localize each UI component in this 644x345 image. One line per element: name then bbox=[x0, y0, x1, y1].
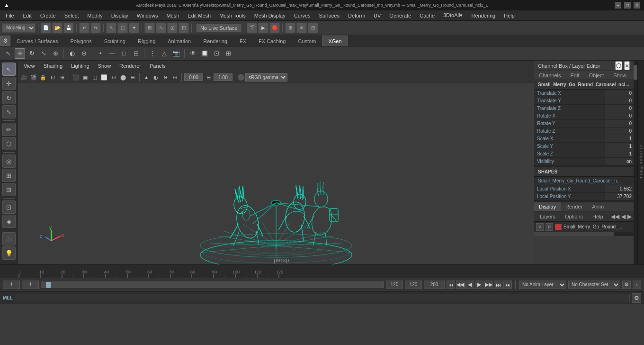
vp-shading5[interactable]: ⊙ bbox=[109, 73, 118, 82]
menu-curves[interactable]: Curves bbox=[290, 12, 314, 19]
render-view-btn[interactable]: 🔲 bbox=[199, 48, 210, 59]
rotate-tool-left[interactable]: ↻ bbox=[2, 91, 16, 104]
channel-box-scrollbar-thumb[interactable] bbox=[634, 65, 637, 80]
rotate-icon-btn[interactable]: ↻ bbox=[27, 48, 37, 59]
move-icon-btn[interactable]: ✛ bbox=[15, 48, 25, 59]
timeline-slider[interactable] bbox=[41, 281, 384, 288]
vp-tb6[interactable]: ⊛ bbox=[170, 73, 179, 82]
vp-menu-shading[interactable]: Shading bbox=[40, 63, 66, 69]
undo-btn[interactable]: ↩ bbox=[79, 23, 89, 33]
tab-fx[interactable]: FX bbox=[233, 36, 252, 46]
display-tool-left[interactable]: ◈ bbox=[2, 215, 16, 228]
go-start-btn[interactable]: ⏮ bbox=[447, 281, 455, 289]
maximize-button[interactable]: □ bbox=[624, 2, 631, 9]
vis-toggle-btn[interactable]: 👁 bbox=[188, 48, 198, 59]
tab-polygons[interactable]: Polygons bbox=[64, 36, 98, 46]
grid-tool-left[interactable]: ⊞ bbox=[2, 169, 16, 182]
menu-mesh-display[interactable]: Mesh Display bbox=[250, 12, 289, 19]
scale-tool-left[interactable]: ⤡ bbox=[2, 105, 16, 118]
symmetry-btn[interactable]: ⊖ bbox=[79, 48, 89, 59]
layer-tab-layers[interactable]: Layers bbox=[536, 213, 559, 220]
display-tab-render[interactable]: Render bbox=[561, 202, 587, 211]
go-end-btn[interactable]: ⏭ bbox=[494, 281, 502, 289]
vp-menu-show[interactable]: Show bbox=[94, 63, 115, 69]
render-btn[interactable]: ▶ bbox=[258, 23, 268, 33]
anim-layer-select[interactable]: No Anim Layer bbox=[519, 281, 566, 289]
layer-fwd-btn[interactable]: ▶ bbox=[627, 212, 632, 221]
snap-point-btn[interactable]: ◎ bbox=[167, 23, 178, 33]
vp-menu-view[interactable]: View bbox=[20, 63, 39, 69]
current-frame-input[interactable] bbox=[22, 281, 39, 289]
play-fwd-btn[interactable]: ▶ bbox=[475, 281, 483, 289]
cb-tab-object[interactable]: Object bbox=[584, 71, 608, 80]
minimize-button[interactable]: − bbox=[615, 2, 621, 9]
menu-create[interactable]: Create bbox=[36, 12, 60, 19]
layer-tab-help[interactable]: Help bbox=[589, 213, 607, 220]
vp-tb1[interactable]: ⊡ bbox=[48, 73, 57, 82]
tab-xgen[interactable]: XGen bbox=[322, 36, 348, 46]
paint-tool-btn[interactable]: ✦ bbox=[129, 23, 139, 33]
snap-grid-btn[interactable]: ⊞ bbox=[144, 23, 155, 33]
cb-expand-btn[interactable]: ⬡ bbox=[615, 61, 622, 70]
tab-animation[interactable]: Animation bbox=[161, 36, 197, 46]
layer-playback-btn[interactable]: P bbox=[546, 223, 553, 231]
loop-btn[interactable]: ⏭ bbox=[503, 281, 512, 289]
far-clip-input[interactable] bbox=[214, 73, 233, 81]
layout-btn[interactable]: ⊞ bbox=[285, 23, 295, 33]
layer-tool-left[interactable]: ⊡ bbox=[2, 200, 16, 214]
select-tool-btn[interactable]: ↖ bbox=[106, 23, 116, 33]
end-frame-input[interactable] bbox=[386, 281, 403, 289]
light-tool-left[interactable]: 💡 bbox=[2, 246, 16, 260]
snap-edge-btn[interactable]: △ bbox=[159, 48, 170, 59]
menu-edit-mesh[interactable]: Edit Mesh bbox=[184, 12, 215, 19]
layer-back-btn[interactable]: ◀ bbox=[621, 212, 626, 221]
open-scene-btn[interactable]: 📂 bbox=[52, 23, 63, 33]
menu-modify[interactable]: Modify bbox=[83, 12, 106, 19]
redo-btn[interactable]: ↪ bbox=[90, 23, 101, 33]
universal-icon-btn[interactable]: ⊛ bbox=[50, 48, 61, 59]
menu-uv[interactable]: UV bbox=[370, 12, 385, 19]
snap-grid-icon-btn[interactable]: ⋮ bbox=[147, 48, 158, 59]
tab-rendering[interactable]: Rendering bbox=[197, 36, 233, 46]
tab-fx-caching[interactable]: FX Caching bbox=[252, 36, 292, 46]
play-back-btn[interactable]: ◀ bbox=[465, 281, 474, 289]
vp-tb3[interactable]: ▲ bbox=[142, 73, 151, 82]
scale-icon-btn[interactable]: ⤡ bbox=[38, 48, 49, 59]
settings-cog-btn[interactable]: ⚙ bbox=[0, 36, 10, 46]
char-set-add-btn[interactable]: + bbox=[633, 281, 641, 289]
camera-tool-left[interactable]: 🎥 bbox=[2, 232, 16, 245]
tab-curves-surfaces[interactable]: Curves / Surfaces bbox=[10, 36, 64, 46]
region-tool-left[interactable]: ⊟ bbox=[2, 183, 16, 196]
select-icon-btn[interactable]: ↖ bbox=[3, 48, 13, 59]
layer-vis-btn[interactable]: V bbox=[536, 223, 544, 231]
menu-mesh-tools[interactable]: Mesh Tools bbox=[215, 12, 249, 19]
vp-shading2[interactable]: ▣ bbox=[81, 73, 89, 82]
vp-lock-btn[interactable]: 🔒 bbox=[39, 73, 47, 82]
menu-select[interactable]: Select bbox=[61, 12, 83, 19]
viewport-area[interactable]: View Shading Lighting Show Renderer Pane… bbox=[18, 61, 534, 264]
workspace-selector[interactable]: Modeling bbox=[2, 23, 36, 33]
vp-tb2[interactable]: ⊞ bbox=[58, 73, 66, 82]
vp-shading3[interactable]: ◫ bbox=[90, 73, 99, 82]
vp-shading4[interactable]: ⬜ bbox=[100, 73, 108, 82]
range-end-input[interactable] bbox=[424, 281, 445, 289]
vp-camera-btn[interactable]: 🎥 bbox=[20, 73, 28, 82]
soft-sel-btn[interactable]: ◐ bbox=[67, 48, 77, 59]
menu-file[interactable]: File bbox=[2, 12, 18, 19]
layer-tab-options[interactable]: Options bbox=[561, 213, 587, 220]
char-set-settings-btn[interactable]: ⚙ bbox=[622, 281, 631, 289]
tab-sculpting[interactable]: Sculpting bbox=[98, 36, 132, 46]
tab-custom[interactable]: Custom bbox=[292, 36, 322, 46]
color-profile-select[interactable]: sRGB gamma bbox=[245, 73, 287, 82]
menu-windows[interactable]: Windows bbox=[133, 12, 162, 19]
close-button[interactable]: × bbox=[634, 2, 640, 9]
select-tool-left[interactable]: ↖ bbox=[2, 63, 16, 76]
snap-view-btn[interactable]: ⊡ bbox=[179, 23, 189, 33]
render-settings-btn[interactable]: 🎬 bbox=[247, 23, 257, 33]
menu-edit[interactable]: Edit bbox=[19, 12, 36, 19]
tab-rigging[interactable]: Rigging bbox=[132, 36, 161, 46]
display-tab-anim[interactable]: Anim bbox=[587, 202, 608, 211]
vp-color-btn[interactable] bbox=[238, 74, 244, 81]
ipr-btn[interactable]: 🔴 bbox=[269, 23, 280, 33]
snap-tool-left[interactable]: ◎ bbox=[2, 154, 16, 168]
